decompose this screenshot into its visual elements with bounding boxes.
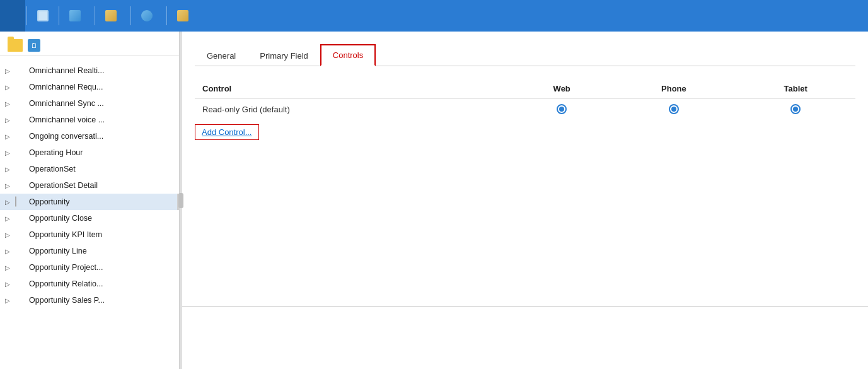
managed-properties-button[interactable] [168,0,201,32]
sidebar-item-label: OperationSet [29,165,174,173]
toolbar-divider-2 [59,6,59,25]
phone-cell [611,99,736,120]
sidebar-item-label: Omnichannel Requ... [29,83,174,91]
main-layout: 🗒 ▷Omnichannel Realti...▷Omnichannel Req… [0,32,868,369]
tree-arrow-icon: ▷ [3,295,13,305]
tab-primary-field[interactable]: Primary Field [248,44,320,66]
show-dependencies-button[interactable] [61,0,93,32]
publish-icon [141,10,153,21]
sidebar-item[interactable]: ▷OperationSet [0,161,179,177]
tree-arrow-icon: ▷ [3,213,13,223]
sidebar-item[interactable]: ▷Opportunity Project... [0,259,179,276]
splitter-handle [178,193,183,208]
sidebar-item-label: Operating Hour [29,148,174,157]
controls-table: Control Web Phone Tablet Read-only Grid … [195,79,855,119]
tab-general[interactable]: General [195,44,248,66]
web-cell [512,99,611,120]
splitter[interactable] [180,32,182,369]
sidebar-item-label: Ongoing conversati... [29,132,174,141]
toolbar [0,0,868,32]
tree-arrow-icon: ▷ [3,66,13,76]
dependencies-icon [69,10,81,21]
sidebar-header: 🗒 [0,32,179,56]
sidebar-item[interactable]: ▷Opportunity Line [0,243,179,259]
tablet-radio[interactable] [790,104,801,114]
content-top: GeneralPrimary FieldControls [182,32,868,66]
item-icon [15,213,26,223]
sidebar-item-label: Opportunity Relatio... [29,279,174,288]
add-control-button[interactable]: Add Control... [195,124,259,140]
sidebar-item[interactable]: ▷Omnichannel voice ... [0,112,179,128]
sidebar-item-label: Opportunity [29,197,174,206]
item-icon [15,82,26,92]
solution-label [0,56,179,62]
item-icon [15,115,26,125]
phone-radio[interactable] [669,104,679,114]
col-phone: Phone [611,79,736,99]
table-row: Read-only Grid (default) [195,99,855,120]
publish-button[interactable] [132,0,165,32]
tree-arrow-icon: ▷ [3,279,13,289]
item-icon [15,262,26,272]
save-icon [37,10,49,21]
tree-arrow-icon: ▷ [3,197,13,207]
sidebar-item[interactable]: ▷OperationSet Detail [0,177,179,194]
tree-arrow-icon: ▷ [3,98,13,108]
toolbar-divider-3 [95,6,95,25]
sidebar-item-label: Opportunity Sales P... [29,296,174,305]
content-area: GeneralPrimary FieldControls Control Web… [182,32,868,369]
item-icon [15,180,26,190]
sidebar-item-label: Opportunity KPI Item [29,230,174,239]
sidebar-item[interactable]: ▷Omnichannel Sync ... [0,95,179,112]
sidebar-item-label: Omnichannel Realti... [29,66,174,75]
item-icon [15,131,26,141]
toolbar-divider-5 [166,6,167,25]
bottom-panel [182,306,868,369]
tree-arrow-icon: ▷ [3,82,13,92]
control-name-cell: Read-only Grid (default) [195,99,512,120]
sidebar-item[interactable]: ▷Ongoing conversati... [0,128,179,144]
file-button[interactable] [0,0,25,32]
item-icon [15,98,26,108]
controls-area: Control Web Phone Tablet Read-only Grid … [182,66,868,306]
sidebar-item[interactable]: ▷Opportunity [0,194,179,210]
sidebar-list: ▷Omnichannel Realti...▷Omnichannel Requ.… [0,62,179,369]
sidebar-item-label: Omnichannel Sync ... [29,99,174,108]
col-control: Control [195,79,512,99]
tree-arrow-icon: ▷ [3,148,13,158]
item-icon [15,295,26,305]
sidebar-item[interactable]: ▷Omnichannel Realti... [0,62,179,79]
tree-arrow-icon: ▷ [3,230,13,240]
sidebar-item[interactable]: ▷Omnichannel Requ... [0,79,179,95]
item-icon [15,148,26,158]
sidebar-item[interactable]: ▷Operating Hour [0,144,179,161]
tree-arrow-icon: ▷ [3,262,13,272]
managed-properties-icon [177,10,188,21]
col-web: Web [512,79,611,99]
tablet-cell [736,99,855,120]
web-radio[interactable] [557,104,567,114]
item-icon [15,246,26,256]
tabs: GeneralPrimary FieldControls [195,44,855,66]
sidebar-item[interactable]: ▷Opportunity Relatio... [0,276,179,292]
solution-layers-button[interactable] [96,0,129,32]
tree-arrow-icon: ▷ [3,131,13,141]
sidebar-title-row: 🗒 [8,39,171,52]
tab-controls[interactable]: Controls [320,44,376,66]
item-icon [15,230,26,240]
folder-icon [8,39,23,52]
sidebar-item[interactable]: ▷Opportunity Sales P... [0,292,179,308]
tree-arrow-icon: ▷ [3,246,13,256]
solution-layers-icon [105,10,117,21]
item-icon [15,279,26,289]
save-button[interactable] [28,0,57,32]
tree-arrow-icon: ▷ [3,164,13,174]
item-icon [15,66,26,76]
sidebar-item[interactable]: ▷Opportunity Close [0,210,179,226]
sidebar-item[interactable]: ▷Opportunity KPI Item [0,226,179,243]
entity-icon: 🗒 [28,39,40,52]
sidebar-item-label: OperationSet Detail [29,181,174,190]
col-tablet: Tablet [736,79,855,99]
tree-arrow-icon: ▷ [3,180,13,190]
sidebar-item-label: Opportunity Line [29,247,174,255]
